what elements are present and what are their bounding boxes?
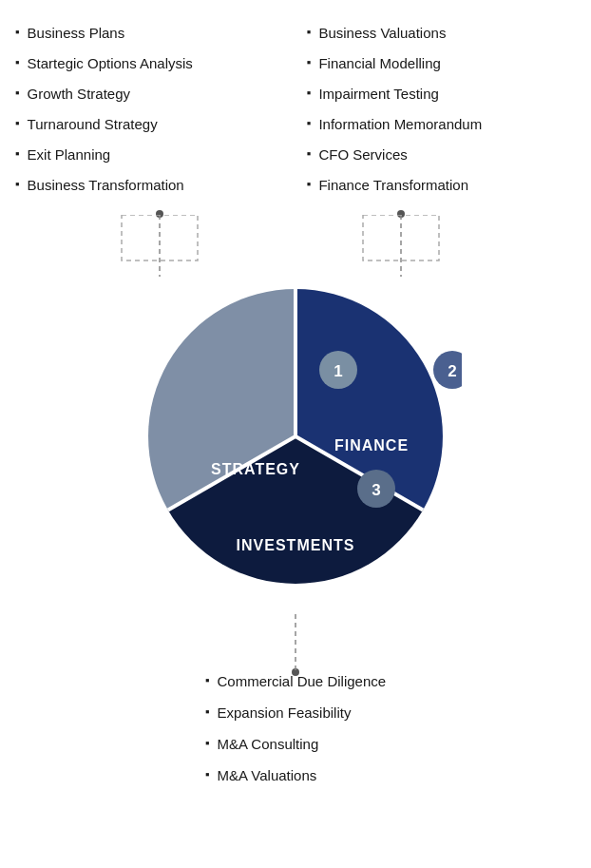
investments-label: INVESTMENTS xyxy=(237,537,355,553)
finance-label: FINANCE xyxy=(334,437,409,453)
strategy-label: STRATEGY xyxy=(211,461,300,477)
svg-rect-4 xyxy=(363,215,439,260)
strategy-list-item: Business Plans xyxy=(15,23,284,43)
dot-top-left xyxy=(156,210,163,218)
strategy-number: 1 xyxy=(334,362,342,380)
investments-list-item: Expansion Feasibility xyxy=(205,703,386,723)
bottom-list-container: Commercial Due DiligenceExpansion Feasib… xyxy=(0,671,591,816)
strategy-list-item: Growth Strategy xyxy=(15,84,284,104)
diagram-area: 1 2 3 STRATEGY FINANCE INVESTMENTS xyxy=(0,215,591,671)
finance-list-item: CFO Services xyxy=(307,145,576,164)
strategy-list-item: Turnaround Strategy xyxy=(15,114,284,134)
strategy-list: Business PlansStartegic Options Analysis… xyxy=(15,23,284,205)
finance-list-item: Information Memorandum xyxy=(307,114,576,134)
finance-list: Business ValuationsFinancial ModellingIm… xyxy=(307,23,576,205)
pie-chart: 1 2 3 STRATEGY FINANCE INVESTMENTS xyxy=(129,270,462,603)
dot-top-right xyxy=(397,210,405,218)
strategy-list-item: Business Transformation xyxy=(15,175,284,195)
investments-number: 3 xyxy=(372,481,380,499)
finance-number: 2 xyxy=(448,362,456,380)
top-lists: Business PlansStartegic Options Analysis… xyxy=(0,0,591,205)
investments-list-item: M&A Valuations xyxy=(205,765,386,785)
dot-bottom xyxy=(292,668,299,676)
finance-list-item: Business Valuations xyxy=(307,23,576,43)
strategy-list-item: Startegic Options Analysis xyxy=(15,53,284,73)
investments-list-item: M&A Consulting xyxy=(205,734,386,754)
svg-rect-3 xyxy=(122,215,198,260)
strategy-list-item: Exit Planning xyxy=(15,145,284,164)
finance-list-item: Finance Transformation xyxy=(307,175,576,195)
finance-list-item: Impairment Testing xyxy=(307,84,576,104)
finance-list-item: Financial Modelling xyxy=(307,53,576,73)
